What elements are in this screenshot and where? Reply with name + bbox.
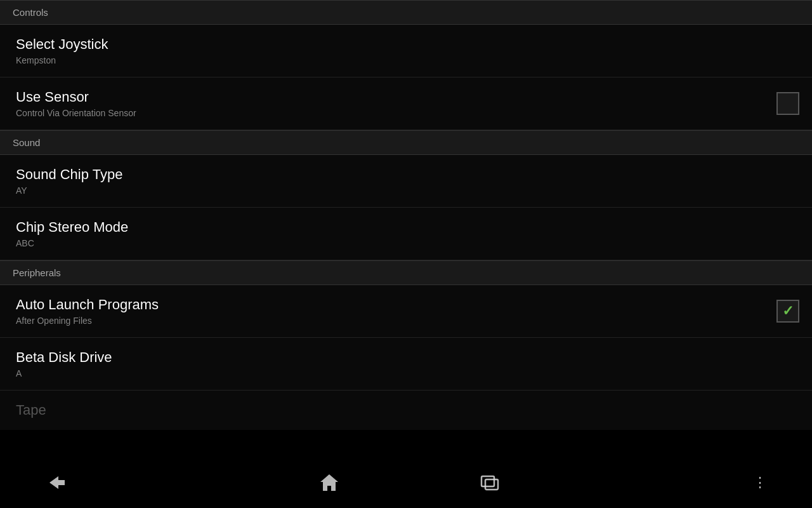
setting-title-beta-disk-drive: Beta Disk Drive [16,349,112,366]
checkmark-icon: ✓ [782,304,794,318]
setting-title-auto-launch-programs: Auto Launch Programs [16,297,159,313]
bottom-nav: ⋮ [0,457,812,508]
setting-text-auto-launch-programs: Auto Launch Programs After Opening Files [16,297,159,326]
setting-subtitle-chip-stereo-mode: ABC [16,238,128,248]
tape-section-label: Tape [16,402,46,418]
more-options-icon: ⋮ [753,474,768,491]
setting-text-chip-stereo-mode: Chip Stereo Mode ABC [16,219,128,248]
section-header-controls: Controls [0,0,812,25]
setting-item-beta-disk-drive[interactable]: Beta Disk Drive A [0,338,812,391]
recents-button[interactable] [473,467,508,498]
setting-subtitle-beta-disk-drive: A [16,368,112,378]
svg-rect-0 [481,476,494,486]
checkbox-use-sensor[interactable] [776,92,799,115]
section-header-peripherals: Peripherals [0,260,812,285]
checkbox-auto-launch-programs[interactable]: ✓ [776,300,799,323]
section-header-sound: Sound [0,130,812,155]
setting-subtitle-sound-chip-type: AY [16,185,122,196]
settings-container: Controls Select Joystick Kempston Use Se… [0,0,812,457]
setting-title-chip-stereo-mode: Chip Stereo Mode [16,219,128,236]
section-tape-partial: Tape [0,391,812,430]
setting-item-sound-chip-type[interactable]: Sound Chip Type AY [0,155,812,208]
back-icon [44,474,67,491]
setting-item-auto-launch-programs[interactable]: Auto Launch Programs After Opening Files… [0,285,812,338]
nav-center-group [313,467,508,498]
setting-text-sound-chip-type: Sound Chip Type AY [16,166,122,196]
more-options-button[interactable]: ⋮ [747,468,774,497]
setting-item-select-joystick[interactable]: Select Joystick Kempston [0,25,812,77]
home-icon [319,473,339,492]
setting-title-sound-chip-type: Sound Chip Type [16,166,122,183]
home-button[interactable] [313,467,346,498]
setting-item-chip-stereo-mode[interactable]: Chip Stereo Mode ABC [0,208,812,260]
nav-right: ⋮ [747,468,774,497]
setting-title-select-joystick: Select Joystick [16,36,108,53]
setting-title-use-sensor: Use Sensor [16,89,136,105]
recents-icon [479,474,502,491]
setting-text-select-joystick: Select Joystick Kempston [16,36,108,65]
setting-text-beta-disk-drive: Beta Disk Drive A [16,349,112,378]
setting-item-use-sensor[interactable]: Use Sensor Control Via Orientation Senso… [0,77,812,130]
back-button[interactable] [38,467,74,498]
svg-rect-1 [485,479,498,490]
setting-subtitle-auto-launch-programs: After Opening Files [16,316,159,326]
setting-text-use-sensor: Use Sensor Control Via Orientation Senso… [16,89,136,118]
setting-subtitle-select-joystick: Kempston [16,55,108,65]
setting-subtitle-use-sensor: Control Via Orientation Sensor [16,108,136,118]
